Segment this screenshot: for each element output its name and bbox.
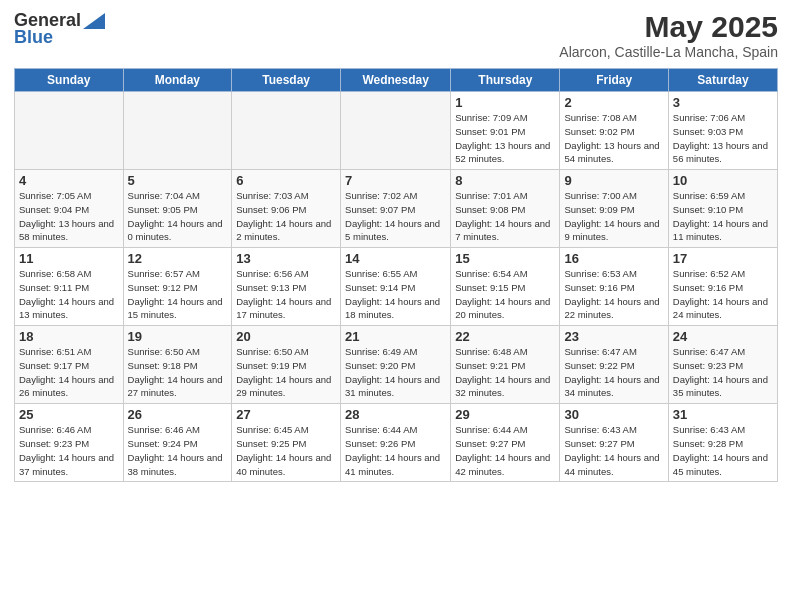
day-info: Sunrise: 7:06 AM Sunset: 9:03 PM Dayligh… bbox=[673, 111, 773, 166]
day-number: 18 bbox=[19, 329, 119, 344]
day-number: 30 bbox=[564, 407, 663, 422]
table-row: 23Sunrise: 6:47 AM Sunset: 9:22 PM Dayli… bbox=[560, 326, 668, 404]
day-info: Sunrise: 7:04 AM Sunset: 9:05 PM Dayligh… bbox=[128, 189, 228, 244]
day-number: 3 bbox=[673, 95, 773, 110]
day-info: Sunrise: 6:46 AM Sunset: 9:24 PM Dayligh… bbox=[128, 423, 228, 478]
col-saturday: Saturday bbox=[668, 69, 777, 92]
day-number: 13 bbox=[236, 251, 336, 266]
day-number: 31 bbox=[673, 407, 773, 422]
day-number: 21 bbox=[345, 329, 446, 344]
title-block: May 2025 Alarcon, Castille-La Mancha, Sp… bbox=[559, 10, 778, 60]
table-row: 22Sunrise: 6:48 AM Sunset: 9:21 PM Dayli… bbox=[451, 326, 560, 404]
table-row: 13Sunrise: 6:56 AM Sunset: 9:13 PM Dayli… bbox=[232, 248, 341, 326]
day-number: 7 bbox=[345, 173, 446, 188]
day-number: 27 bbox=[236, 407, 336, 422]
title-location: Alarcon, Castille-La Mancha, Spain bbox=[559, 44, 778, 60]
day-info: Sunrise: 7:09 AM Sunset: 9:01 PM Dayligh… bbox=[455, 111, 555, 166]
day-info: Sunrise: 6:49 AM Sunset: 9:20 PM Dayligh… bbox=[345, 345, 446, 400]
day-number: 20 bbox=[236, 329, 336, 344]
day-info: Sunrise: 6:43 AM Sunset: 9:27 PM Dayligh… bbox=[564, 423, 663, 478]
col-monday: Monday bbox=[123, 69, 232, 92]
table-row: 16Sunrise: 6:53 AM Sunset: 9:16 PM Dayli… bbox=[560, 248, 668, 326]
table-row: 3Sunrise: 7:06 AM Sunset: 9:03 PM Daylig… bbox=[668, 92, 777, 170]
calendar-week-row: 18Sunrise: 6:51 AM Sunset: 9:17 PM Dayli… bbox=[15, 326, 778, 404]
day-info: Sunrise: 6:53 AM Sunset: 9:16 PM Dayligh… bbox=[564, 267, 663, 322]
calendar: Sunday Monday Tuesday Wednesday Thursday… bbox=[14, 68, 778, 482]
day-number: 8 bbox=[455, 173, 555, 188]
col-sunday: Sunday bbox=[15, 69, 124, 92]
table-row: 1Sunrise: 7:09 AM Sunset: 9:01 PM Daylig… bbox=[451, 92, 560, 170]
header: General Blue May 2025 Alarcon, Castille-… bbox=[14, 10, 778, 60]
day-info: Sunrise: 6:46 AM Sunset: 9:23 PM Dayligh… bbox=[19, 423, 119, 478]
day-info: Sunrise: 6:52 AM Sunset: 9:16 PM Dayligh… bbox=[673, 267, 773, 322]
day-number: 12 bbox=[128, 251, 228, 266]
table-row: 12Sunrise: 6:57 AM Sunset: 9:12 PM Dayli… bbox=[123, 248, 232, 326]
day-info: Sunrise: 6:50 AM Sunset: 9:19 PM Dayligh… bbox=[236, 345, 336, 400]
table-row: 27Sunrise: 6:45 AM Sunset: 9:25 PM Dayli… bbox=[232, 404, 341, 482]
table-row: 20Sunrise: 6:50 AM Sunset: 9:19 PM Dayli… bbox=[232, 326, 341, 404]
table-row bbox=[123, 92, 232, 170]
table-row: 21Sunrise: 6:49 AM Sunset: 9:20 PM Dayli… bbox=[341, 326, 451, 404]
day-info: Sunrise: 6:58 AM Sunset: 9:11 PM Dayligh… bbox=[19, 267, 119, 322]
calendar-header-row: Sunday Monday Tuesday Wednesday Thursday… bbox=[15, 69, 778, 92]
day-number: 24 bbox=[673, 329, 773, 344]
calendar-week-row: 25Sunrise: 6:46 AM Sunset: 9:23 PM Dayli… bbox=[15, 404, 778, 482]
day-info: Sunrise: 6:43 AM Sunset: 9:28 PM Dayligh… bbox=[673, 423, 773, 478]
logo: General Blue bbox=[14, 10, 105, 48]
table-row: 18Sunrise: 6:51 AM Sunset: 9:17 PM Dayli… bbox=[15, 326, 124, 404]
day-info: Sunrise: 6:48 AM Sunset: 9:21 PM Dayligh… bbox=[455, 345, 555, 400]
table-row: 30Sunrise: 6:43 AM Sunset: 9:27 PM Dayli… bbox=[560, 404, 668, 482]
col-tuesday: Tuesday bbox=[232, 69, 341, 92]
day-info: Sunrise: 7:00 AM Sunset: 9:09 PM Dayligh… bbox=[564, 189, 663, 244]
day-info: Sunrise: 6:44 AM Sunset: 9:27 PM Dayligh… bbox=[455, 423, 555, 478]
table-row: 11Sunrise: 6:58 AM Sunset: 9:11 PM Dayli… bbox=[15, 248, 124, 326]
day-info: Sunrise: 6:45 AM Sunset: 9:25 PM Dayligh… bbox=[236, 423, 336, 478]
day-number: 26 bbox=[128, 407, 228, 422]
table-row: 9Sunrise: 7:00 AM Sunset: 9:09 PM Daylig… bbox=[560, 170, 668, 248]
day-info: Sunrise: 7:08 AM Sunset: 9:02 PM Dayligh… bbox=[564, 111, 663, 166]
day-info: Sunrise: 6:44 AM Sunset: 9:26 PM Dayligh… bbox=[345, 423, 446, 478]
day-number: 23 bbox=[564, 329, 663, 344]
day-info: Sunrise: 6:54 AM Sunset: 9:15 PM Dayligh… bbox=[455, 267, 555, 322]
day-info: Sunrise: 6:47 AM Sunset: 9:22 PM Dayligh… bbox=[564, 345, 663, 400]
day-info: Sunrise: 7:02 AM Sunset: 9:07 PM Dayligh… bbox=[345, 189, 446, 244]
day-number: 2 bbox=[564, 95, 663, 110]
day-number: 29 bbox=[455, 407, 555, 422]
day-info: Sunrise: 6:47 AM Sunset: 9:23 PM Dayligh… bbox=[673, 345, 773, 400]
table-row bbox=[341, 92, 451, 170]
day-info: Sunrise: 6:50 AM Sunset: 9:18 PM Dayligh… bbox=[128, 345, 228, 400]
day-number: 6 bbox=[236, 173, 336, 188]
day-number: 15 bbox=[455, 251, 555, 266]
table-row: 10Sunrise: 6:59 AM Sunset: 9:10 PM Dayli… bbox=[668, 170, 777, 248]
day-info: Sunrise: 6:55 AM Sunset: 9:14 PM Dayligh… bbox=[345, 267, 446, 322]
table-row: 28Sunrise: 6:44 AM Sunset: 9:26 PM Dayli… bbox=[341, 404, 451, 482]
calendar-week-row: 1Sunrise: 7:09 AM Sunset: 9:01 PM Daylig… bbox=[15, 92, 778, 170]
day-number: 5 bbox=[128, 173, 228, 188]
day-number: 4 bbox=[19, 173, 119, 188]
table-row: 19Sunrise: 6:50 AM Sunset: 9:18 PM Dayli… bbox=[123, 326, 232, 404]
day-info: Sunrise: 6:51 AM Sunset: 9:17 PM Dayligh… bbox=[19, 345, 119, 400]
day-info: Sunrise: 7:05 AM Sunset: 9:04 PM Dayligh… bbox=[19, 189, 119, 244]
table-row: 4Sunrise: 7:05 AM Sunset: 9:04 PM Daylig… bbox=[15, 170, 124, 248]
day-number: 9 bbox=[564, 173, 663, 188]
table-row: 17Sunrise: 6:52 AM Sunset: 9:16 PM Dayli… bbox=[668, 248, 777, 326]
table-row bbox=[15, 92, 124, 170]
day-info: Sunrise: 7:01 AM Sunset: 9:08 PM Dayligh… bbox=[455, 189, 555, 244]
day-number: 10 bbox=[673, 173, 773, 188]
day-number: 1 bbox=[455, 95, 555, 110]
table-row: 14Sunrise: 6:55 AM Sunset: 9:14 PM Dayli… bbox=[341, 248, 451, 326]
day-info: Sunrise: 6:56 AM Sunset: 9:13 PM Dayligh… bbox=[236, 267, 336, 322]
table-row: 31Sunrise: 6:43 AM Sunset: 9:28 PM Dayli… bbox=[668, 404, 777, 482]
day-number: 17 bbox=[673, 251, 773, 266]
day-info: Sunrise: 6:57 AM Sunset: 9:12 PM Dayligh… bbox=[128, 267, 228, 322]
logo-icon bbox=[83, 13, 105, 29]
table-row: 24Sunrise: 6:47 AM Sunset: 9:23 PM Dayli… bbox=[668, 326, 777, 404]
day-number: 25 bbox=[19, 407, 119, 422]
table-row: 26Sunrise: 6:46 AM Sunset: 9:24 PM Dayli… bbox=[123, 404, 232, 482]
calendar-week-row: 4Sunrise: 7:05 AM Sunset: 9:04 PM Daylig… bbox=[15, 170, 778, 248]
table-row: 25Sunrise: 6:46 AM Sunset: 9:23 PM Dayli… bbox=[15, 404, 124, 482]
col-friday: Friday bbox=[560, 69, 668, 92]
calendar-week-row: 11Sunrise: 6:58 AM Sunset: 9:11 PM Dayli… bbox=[15, 248, 778, 326]
day-number: 22 bbox=[455, 329, 555, 344]
table-row bbox=[232, 92, 341, 170]
